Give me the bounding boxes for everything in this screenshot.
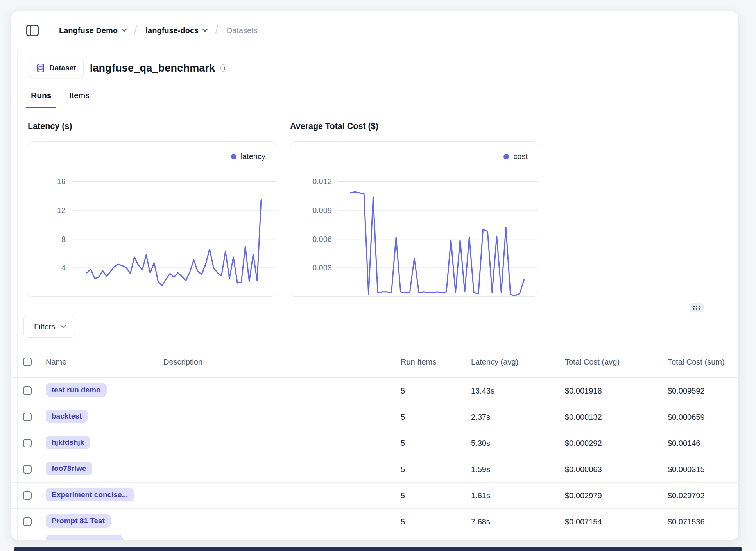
breadcrumb: Langfuse Demo / langfuse-docs / Datasets (59, 25, 258, 37)
cell-latency-avg: 1.61s (466, 491, 559, 500)
svg-text:0.012: 0.012 (312, 177, 332, 186)
row-checkbox[interactable] (23, 413, 32, 421)
row-checkbox[interactable] (23, 439, 32, 447)
run-name-badge[interactable]: foo78riwe (46, 462, 92, 475)
tabs-border (18, 108, 738, 108)
svg-text:16: 16 (57, 177, 66, 186)
legend-label: cost (513, 152, 528, 161)
filters-label: Filters (34, 322, 55, 331)
runs-table: Name Description Run Items Latency (avg)… (11, 346, 738, 540)
column-divider (158, 346, 158, 540)
row-checkbox[interactable] (23, 491, 32, 500)
breadcrumb-project[interactable]: langfuse-docs (146, 26, 207, 35)
table-header-row: Name Description Run Items Latency (avg)… (11, 346, 738, 378)
cell-latency-avg: 2.37s (466, 413, 559, 422)
database-icon (36, 63, 45, 73)
resize-drag-handle-icon[interactable] (690, 303, 704, 312)
cost-chart: 0.0120.0090.0060.003 (290, 142, 538, 296)
svg-text:0.003: 0.003 (312, 263, 332, 272)
svg-text:12: 12 (57, 206, 66, 215)
table-body: test run demo 5 13.43s $0.001918 $0.0095… (11, 378, 738, 535)
cell-run-items: 5 (395, 465, 466, 474)
run-name-badge[interactable]: test run demo (46, 383, 107, 397)
svg-text:8: 8 (61, 235, 66, 243)
cell-run-items: 5 (395, 386, 466, 395)
dataset-badge-label: Dataset (49, 64, 76, 72)
cell-latency-avg: 1.59s (466, 465, 559, 474)
tab-bar: Runs Items (29, 82, 92, 108)
organization-label: Langfuse Demo (59, 26, 118, 35)
run-name-badge[interactable]: backtest (46, 410, 88, 423)
cell-total-cost-sum: $0.029792 (662, 491, 739, 500)
project-label: langfuse-docs (146, 26, 199, 35)
table-row: hjkfdshjk 5 5.30s $0.000292 $0.00146 (11, 430, 738, 456)
chevron-down-icon (61, 323, 66, 328)
cost-chart-card: 0.0120.0090.0060.003 cost (290, 141, 538, 297)
column-header-description: Description (158, 358, 395, 367)
breadcrumb-separator: / (134, 23, 137, 38)
cell-run-items: 5 (395, 439, 466, 448)
app-window: Langfuse Demo / langfuse-docs / Datasets… (11, 11, 739, 540)
svg-text:0.006: 0.006 (312, 235, 332, 243)
svg-text:4: 4 (61, 263, 66, 272)
cell-run-items: 5 (395, 517, 466, 526)
window-bottom-edge (14, 547, 742, 551)
latency-chart: 161284 (28, 142, 276, 296)
chevron-down-icon (121, 27, 127, 32)
table-row: Prompt 81 Test 5 7.68s $0.007154 $0.0715… (11, 509, 738, 535)
cell-total-cost-sum: $0.071536 (662, 517, 739, 526)
run-name-badge[interactable]: Experiment concise... (46, 488, 134, 501)
page-title: langfuse_qa_benchmark (90, 62, 215, 74)
tab-runs[interactable]: Runs (29, 82, 54, 108)
row-checkbox[interactable] (23, 465, 32, 474)
cell-run-items: 5 (395, 413, 466, 422)
cell-total-cost-sum: $0.009592 (662, 386, 739, 395)
table-row: foo78riwe 5 1.59s $0.000063 $0.000315 (11, 456, 738, 483)
breadcrumb-separator: / (215, 23, 218, 38)
row-checkbox[interactable] (23, 386, 32, 395)
cost-legend: cost (503, 152, 528, 161)
dataset-type-badge: Dataset (29, 58, 84, 78)
cell-total-cost-avg: $0.001918 (559, 386, 662, 395)
run-name-badge[interactable]: Prompt 81 Test (46, 514, 111, 528)
cell-run-items: 5 (395, 491, 466, 500)
cell-total-cost-avg: $0.000132 (559, 413, 662, 422)
run-name-badge[interactable] (46, 535, 123, 540)
cell-total-cost-avg: $0.007154 (559, 517, 662, 526)
breadcrumb-organization[interactable]: Langfuse Demo (59, 26, 125, 35)
cell-total-cost-avg: $0.000292 (559, 439, 662, 448)
chevron-down-icon (202, 27, 208, 32)
dataset-header: Dataset langfuse_qa_benchmark i (29, 57, 228, 79)
cell-total-cost-sum: $0.000659 (662, 413, 739, 422)
sidebar-toggle-icon[interactable] (26, 25, 39, 36)
tab-items[interactable]: Items (67, 82, 92, 108)
cell-total-cost-avg: $0.000063 (559, 465, 662, 474)
breadcrumb-section[interactable]: Datasets (227, 26, 258, 35)
titlebar: Langfuse Demo / langfuse-docs / Datasets (11, 11, 738, 50)
filters-button[interactable]: Filters (23, 316, 75, 338)
table-row: backtest 5 2.37s $0.000132 $0.000659 (11, 404, 738, 430)
select-all-checkbox[interactable] (23, 358, 32, 366)
column-header-total-cost-avg: Total Cost (avg) (559, 358, 662, 367)
info-icon[interactable]: i (220, 64, 228, 72)
cost-chart-title: Average Total Cost ($) (290, 122, 378, 131)
cell-latency-avg: 13.43s (466, 386, 559, 395)
run-name-badge[interactable]: hjkfdshjk (46, 436, 90, 449)
cell-total-cost-sum: $0.000315 (662, 465, 739, 474)
latency-chart-card: 161284 latency (28, 141, 276, 297)
table-row-partial (11, 535, 738, 540)
cell-total-cost-avg: $0.002979 (559, 491, 662, 500)
legend-dot-icon (503, 154, 509, 159)
column-header-latency-avg: Latency (avg) (466, 358, 559, 367)
cell-latency-avg: 7.68s (466, 517, 559, 526)
legend-label: latency (241, 152, 265, 161)
section-divider (18, 308, 738, 308)
table-row: Experiment concise... 5 1.61s $0.002979 … (11, 483, 738, 509)
table-row: test run demo 5 13.43s $0.001918 $0.0095… (11, 378, 738, 404)
row-checkbox[interactable] (23, 517, 32, 526)
latency-chart-title: Latency (s) (28, 122, 72, 131)
cell-latency-avg: 5.30s (466, 439, 559, 448)
latency-legend: latency (231, 152, 265, 161)
cell-total-cost-sum: $0.00146 (662, 439, 739, 448)
column-header-name: Name (39, 358, 158, 367)
